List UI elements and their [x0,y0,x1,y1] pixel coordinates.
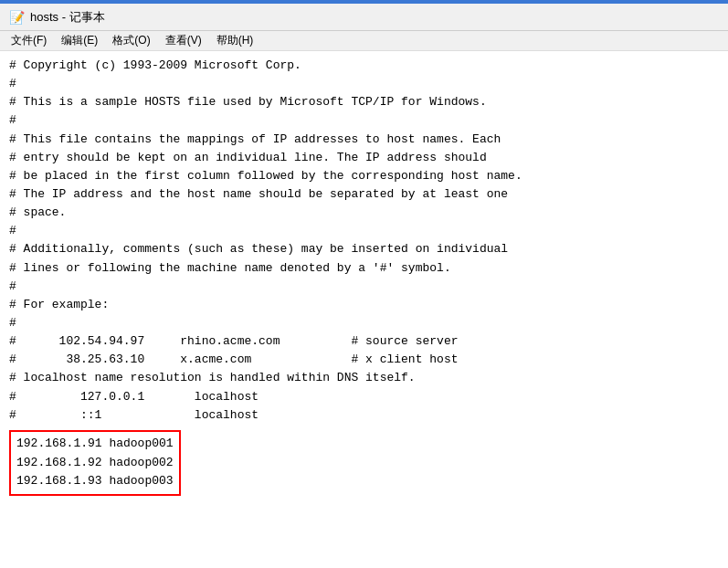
line-6: # entry should be kept on an individual … [9,149,719,167]
menu-file[interactable]: 文件(F) [5,32,52,49]
line-17: # 38.25.63.10 x.acme.com # x client host [9,351,719,369]
menu-view[interactable]: 查看(V) [160,32,207,49]
line-4: # [9,111,719,130]
menu-help[interactable]: 帮助(H) [211,32,259,49]
line-10: # [9,222,719,240]
highlighted-line-1: 192.168.1.91 hadoop001 [16,435,174,454]
highlighted-line-3: 192.168.1.93 hadoop003 [16,472,174,491]
line-2: # [9,75,719,93]
content-lines: # Copyright (c) 1993-2009 Microsoft Corp… [9,57,719,425]
menu-edit[interactable]: 编辑(E) [56,32,103,49]
line-15: # [9,314,719,332]
line-21: # ::1 localhost [9,406,719,425]
line-11: # Additionally, comments (such as these)… [9,240,719,258]
line-9: # space. [9,204,719,222]
line-14: # For example: [9,296,719,314]
line-13: # [9,278,719,296]
line-3: # This is a sample HOSTS file used by Mi… [9,93,719,111]
line-8: # The IP address and the host name shoul… [9,185,719,204]
line-7: # be placed in the first column followed… [9,167,719,185]
line-16: # 102.54.94.97 rhino.acme.com # source s… [9,332,719,351]
highlighted-block: 192.168.1.91 hadoop001 192.168.1.92 hado… [9,430,181,496]
line-19: # localhost name resolution is handled w… [9,369,719,387]
editor-area[interactable]: # Copyright (c) 1993-2009 Microsoft Corp… [0,51,728,568]
line-1: # Copyright (c) 1993-2009 Microsoft Corp… [9,57,719,75]
menu-bar: 文件(F) 编辑(E) 格式(O) 查看(V) 帮助(H) [0,31,728,51]
line-5: # This file contains the mappings of IP … [9,131,719,149]
line-20: # 127.0.0.1 localhost [9,388,719,406]
title-bar: 📝 hosts - 记事本 [0,4,728,31]
menu-format[interactable]: 格式(O) [107,32,155,49]
highlighted-line-2: 192.168.1.92 hadoop002 [16,454,174,473]
notepad-icon: 📝 [9,10,25,25]
line-12: # lines or following the machine name de… [9,259,719,278]
window-title: hosts - 记事本 [30,9,105,26]
